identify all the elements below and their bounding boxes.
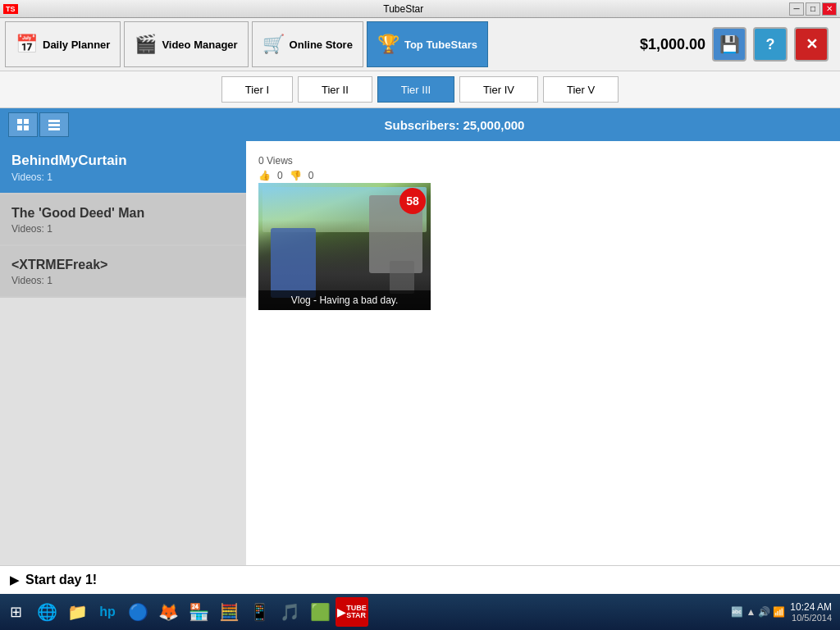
svg-rect-0	[17, 119, 22, 124]
minimize-button[interactable]: ─	[789, 2, 804, 16]
tubestar-taskbar-icon: ▶	[337, 606, 345, 619]
tier-tab-2[interactable]: Tier II	[298, 76, 372, 103]
svg-rect-5	[48, 124, 60, 126]
video-title-overlay: Vlog - Having a bad day.	[258, 290, 431, 310]
tier-tab-4[interactable]: Tier IV	[459, 76, 538, 103]
taskbar-icons: 🌐 📁 hp 🔵 🦊 🏪 🧮 📱 🎵 🟩 ▶ TUBESTAR	[30, 597, 370, 627]
taskbar-time: 10:24 AM	[790, 601, 832, 613]
tab-daily-planner[interactable]: 📅 Daily Planner	[5, 21, 121, 67]
channel-name: The 'Good Deed' Man	[11, 206, 235, 221]
dislike-count: 0	[308, 170, 314, 181]
nav-bar: 📅 Daily Planner 🎬 Video Manager 🛒 Online…	[0, 18, 840, 71]
calendar-icon: 📅	[16, 34, 38, 55]
tier-tab-5[interactable]: Tier V	[543, 76, 619, 103]
grid-view-button[interactable]	[8, 112, 38, 137]
list-view-button[interactable]	[39, 112, 69, 137]
channel-name: <XTRMEFreak>	[11, 258, 235, 272]
taskbar-clock: 10:24 AM 10/5/2014	[790, 601, 832, 623]
content-area: Tier I Tier II Tier III Tier IV Tier V S…	[0, 71, 840, 565]
tab-video-manager-label: Video Manager	[162, 39, 237, 51]
store-icon: 🛒	[262, 34, 285, 55]
bottom-bar: ▶ Start day 1!	[0, 565, 840, 594]
save-icon: 💾	[719, 34, 740, 54]
play-icon: ▶	[10, 573, 19, 587]
exit-icon: ✕	[806, 35, 818, 53]
sub-header: Subscribers: 25,000,000	[0, 108, 840, 141]
taskbar-icon-minecraft[interactable]: 🟩	[305, 597, 335, 627]
video-badge: 58	[399, 188, 426, 214]
system-tray-icons: 🔤 ▲ 🔊 📶	[731, 606, 785, 618]
start-button[interactable]: ⊞	[3, 600, 29, 624]
taskbar-icon-calc[interactable]: 🧮	[214, 597, 244, 627]
video-views: 0 Views	[258, 153, 431, 168]
app-icon: TS	[3, 4, 18, 14]
taskbar: ⊞ 🌐 📁 hp 🔵 🦊 🏪 🧮 📱 🎵 🟩 ▶ TUBESTAR 🔤 ▲ 🔊 …	[0, 594, 840, 630]
taskbar-icon-store[interactable]: 🏪	[184, 597, 213, 627]
video-icon: 🎬	[135, 34, 157, 55]
tier-tabs: Tier I Tier II Tier III Tier IV Tier V	[0, 71, 840, 108]
grid-icon	[16, 118, 30, 131]
taskbar-date: 10/5/2014	[790, 613, 832, 623]
channel-name: BehindMyCurtain	[11, 153, 235, 169]
channel-video-count: Videos: 1	[11, 171, 235, 183]
taskbar-right: 🔤 ▲ 🔊 📶 10:24 AM 10/5/2014	[731, 601, 837, 623]
list-icon	[48, 119, 61, 130]
start-day-label: Start day 1!	[25, 573, 97, 587]
network-icon: 📶	[773, 606, 785, 618]
tab-top-tubestars[interactable]: 🏆 Top TubeStars	[367, 21, 488, 67]
svg-rect-6	[48, 128, 60, 130]
help-icon: ?	[766, 36, 775, 53]
close-button[interactable]: ✕	[822, 2, 837, 16]
video-like-dislike: 👍 0 👎 0	[258, 168, 431, 183]
taskbar-icon-explorer[interactable]: 📁	[62, 597, 92, 627]
tab-online-store-label: Online Store	[290, 39, 353, 51]
thumbs-down-icon: 👎	[290, 170, 302, 181]
channel-item-behind-my-curtain[interactable]: BehindMyCurtain Videos: 1	[0, 141, 246, 194]
svg-rect-3	[24, 126, 29, 130]
tab-video-manager[interactable]: 🎬 Video Manager	[124, 21, 248, 67]
keyboard-icon: 🔤	[731, 606, 743, 618]
taskbar-icon-firefox[interactable]: 🦊	[153, 597, 183, 627]
taskbar-icon-hp[interactable]: hp	[93, 597, 122, 627]
taskbar-icon-chrome[interactable]: 🔵	[123, 597, 153, 627]
tab-top-tubestars-label: Top TubeStars	[404, 39, 477, 51]
channel-list: BehindMyCurtain Videos: 1 The 'Good Deed…	[0, 141, 246, 565]
exit-button[interactable]: ✕	[794, 27, 829, 62]
tier-tab-3[interactable]: Tier III	[377, 76, 454, 103]
video-panel: 0 Views 👍 0 👎 0 58 Vlog - Having a	[246, 141, 840, 565]
title-bar: TS TubeStar ─ □ ✕	[0, 0, 840, 18]
thumbs-up-icon: 👍	[258, 170, 271, 181]
expand-icon[interactable]: ▲	[746, 606, 756, 618]
like-count: 0	[277, 170, 283, 181]
subscribers-display: Subscribers: 25,000,000	[77, 118, 832, 132]
windows-start-icon: ⊞	[10, 603, 22, 621]
channel-video-count: Videos: 1	[11, 275, 235, 286]
help-button[interactable]: ?	[753, 27, 788, 62]
money-display: $1,000.00	[640, 36, 705, 53]
speaker-icon: 🔊	[758, 606, 770, 618]
video-card[interactable]: 0 Views 👍 0 👎 0 58 Vlog - Having a	[258, 153, 431, 310]
channel-video-count: Videos: 1	[11, 223, 235, 235]
maximize-button[interactable]: □	[806, 2, 820, 16]
trophy-icon: 🏆	[377, 34, 399, 55]
save-button[interactable]: 💾	[712, 27, 746, 62]
video-thumbnail: 58 Vlog - Having a bad day.	[258, 183, 431, 310]
svg-rect-1	[24, 119, 29, 124]
split-area: BehindMyCurtain Videos: 1 The 'Good Deed…	[0, 141, 840, 565]
view-buttons	[8, 112, 69, 137]
tab-daily-planner-label: Daily Planner	[43, 39, 110, 51]
channel-item-xtrme-freak[interactable]: <XTRMEFreak> Videos: 1	[0, 246, 246, 298]
top-right-controls: $1,000.00 💾 ? ✕	[640, 27, 835, 62]
tab-online-store[interactable]: 🛒 Online Store	[252, 21, 363, 67]
taskbar-icon-tubestar[interactable]: ▶ TUBESTAR	[336, 597, 368, 627]
taskbar-icon-ie[interactable]: 🌐	[32, 597, 62, 627]
svg-rect-4	[48, 120, 60, 122]
taskbar-icon-phone[interactable]: 📱	[244, 597, 274, 627]
window-controls: ─ □ ✕	[789, 2, 837, 16]
svg-rect-2	[17, 126, 22, 130]
taskbar-icon-equalizer[interactable]: 🎵	[275, 597, 304, 627]
tier-tab-1[interactable]: Tier I	[221, 76, 293, 103]
channel-item-good-deed-man[interactable]: The 'Good Deed' Man Videos: 1	[0, 194, 246, 246]
app-title: TubeStar	[18, 3, 789, 15]
